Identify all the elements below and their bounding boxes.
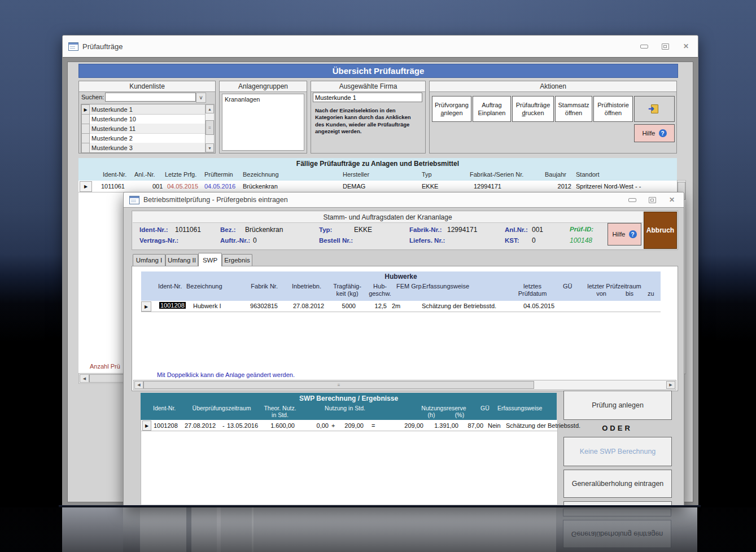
- anlagengruppen-title: Anlagengruppen: [220, 81, 307, 92]
- swp-row[interactable]: ▶ 1001208 27.08.2012 - 13.05.2016 1.600,…: [141, 420, 557, 431]
- scrollbar-thumb[interactable]: ≡: [206, 120, 214, 135]
- list-item[interactable]: Musterkunde 11: [81, 124, 206, 134]
- minimize-icon[interactable]: [626, 196, 639, 204]
- anlagengruppen-list: Krananlagen: [222, 94, 304, 151]
- cell-fem: 2m: [392, 303, 400, 309]
- cell-baujahr: 2012: [541, 183, 571, 190]
- field-label: Bez.:: [220, 226, 235, 233]
- record-selector[interactable]: [81, 143, 90, 153]
- field-label: Anl.Nr.:: [505, 226, 528, 233]
- dialog-titlebar[interactable]: Betriebsmittelprüfung - Prüfergebnis ein…: [124, 192, 684, 207]
- col-header: Theor. Nutz.: [263, 405, 297, 411]
- record-selector[interactable]: [81, 124, 90, 134]
- exit-button[interactable]: ➜: [634, 96, 675, 122]
- list-item[interactable]: Krananlagen: [225, 96, 260, 103]
- col-header: Ident-Nr.: [158, 283, 182, 290]
- list-item[interactable]: Musterkunde 3: [81, 143, 206, 152]
- keine-swp-button[interactable]: Keine SWP Berechnung: [563, 437, 672, 466]
- col-header: letztes: [508, 283, 557, 290]
- close-icon[interactable]: ✕: [680, 42, 692, 51]
- stammsatz-oeffnen-button[interactable]: Stammsatz öffnen: [555, 96, 592, 122]
- cell-trag: 5000: [333, 303, 356, 309]
- scroll-left-icon[interactable]: ◀: [80, 374, 89, 383]
- col-header: Fabrik Nr.: [237, 283, 278, 290]
- list-item[interactable]: ▶ Musterkunde 1: [81, 104, 206, 115]
- col-header: Fabrikat-/Serien Nr.: [470, 171, 523, 178]
- hubwerke-row[interactable]: ▶ 1001208 Hubwerk I 96302815 27.08.2012 …: [141, 301, 661, 312]
- abbruch-button[interactable]: Abbruch: [644, 212, 677, 249]
- col-header: (%): [448, 411, 471, 418]
- hub-hscrollbar[interactable]: ◀ ≡ ▶: [133, 380, 676, 390]
- pruefung-anlegen-button[interactable]: Prüfung anlegen: [563, 391, 672, 420]
- tab-umfang-1[interactable]: Umfang I: [133, 254, 165, 266]
- scroll-right-icon[interactable]: ▶: [666, 381, 675, 389]
- help-icon: ?: [659, 129, 667, 137]
- customer-list: ▶ Musterkunde 1 Musterkunde 10 Musterkun…: [81, 104, 206, 153]
- main-window-title: Prüfaufträge: [82, 42, 123, 51]
- hubwerke-header-band: Hubwerke Ident-Nr. Bezeichnung Fabrik Nr…: [141, 271, 661, 301]
- pruef-id-label: Prüf-ID:: [570, 226, 593, 233]
- search-input[interactable]: [105, 93, 196, 102]
- auftrag-einplanen-button[interactable]: Auftrag Einplanen: [473, 96, 511, 122]
- pruefauftraege-drucken-button[interactable]: Prüfaufträge drucken: [512, 96, 554, 122]
- record-selector-icon[interactable]: ▶: [81, 104, 90, 115]
- col-header: letzter Prüfzeitraum: [580, 283, 648, 290]
- table-row[interactable]: ▶ 1011061 001 04.05.2015 04.05.2016 Brüc…: [78, 181, 677, 192]
- cell-reserve-pct: 87,00: [461, 422, 483, 429]
- kundenliste-title: Kundenliste: [79, 81, 215, 92]
- field-value: 0: [253, 236, 257, 244]
- list-item-label: Musterkunde 10: [91, 116, 136, 122]
- tab-umfang-2[interactable]: Umfang II: [165, 254, 198, 266]
- list-item[interactable]: Musterkunde 10: [81, 114, 206, 124]
- anzahl-label: Anzahl Prü: [90, 363, 120, 370]
- record-selector[interactable]: [81, 114, 90, 124]
- hilfe-button[interactable]: Hilfe ?: [634, 124, 675, 142]
- cell-fabrikat: 12994171: [474, 183, 501, 190]
- firma-field[interactable]: [313, 93, 422, 102]
- pruefhistorie-oeffnen-button[interactable]: Prüfhistorie öffnen: [593, 96, 633, 122]
- stamm-panel: Stamm- und Auftragsdaten der Krananlage …: [132, 211, 678, 250]
- cell-theor: 1.600,00: [260, 422, 295, 429]
- col-header: Standort: [576, 171, 600, 178]
- col-header: GÜ: [480, 405, 490, 411]
- stamm-header: Stamm- und Auftragsdaten der Krananlage: [133, 212, 643, 223]
- scrollbar-thumb[interactable]: ≡: [143, 381, 534, 389]
- col-header: Überprüfungszeitraum: [184, 405, 259, 411]
- group-anlagengruppen: Anlagengruppen Krananlagen: [219, 81, 307, 154]
- maximize-icon[interactable]: [646, 196, 658, 204]
- cell-hub: 12,5: [367, 303, 387, 309]
- generalueberholung-button[interactable]: Generalüberholung eintragen: [563, 470, 672, 498]
- tab-swp[interactable]: SWP: [198, 253, 222, 266]
- scroll-down-icon[interactable]: ▼: [206, 143, 214, 152]
- close-icon[interactable]: ✕: [666, 196, 678, 204]
- scroll-left-icon[interactable]: ◀: [134, 381, 143, 389]
- record-selector[interactable]: [81, 133, 90, 143]
- scroll-up-icon[interactable]: ▲: [206, 104, 214, 113]
- col-header: Prüfdatum: [508, 290, 557, 297]
- form-window-icon: [129, 196, 139, 204]
- desktop-background: Prüfaufträge ✕ Übersicht Prüfaufträge Ku…: [0, 0, 756, 552]
- cell-bezeichnung: Brückenkran: [243, 183, 278, 190]
- minimize-icon[interactable]: [638, 42, 650, 51]
- col-header: FEM Grp.: [396, 283, 423, 290]
- record-selector-icon[interactable]: ▶: [141, 301, 151, 312]
- button-line: Einplanen: [478, 109, 506, 117]
- maximize-icon[interactable]: [659, 42, 671, 51]
- record-selector-icon[interactable]: ▶: [142, 420, 151, 431]
- pruefvorgang-anlegen-button[interactable]: Prüfvorgang anlegen: [432, 96, 471, 122]
- list-item[interactable]: Musterkunde 2: [81, 133, 206, 143]
- dialog-title: Betriebsmittelprüfung - Prüfergebnis ein…: [143, 196, 288, 204]
- main-titlebar[interactable]: Prüfaufträge ✕: [63, 36, 698, 57]
- cell-reserve-h: 1.391,00: [428, 422, 458, 429]
- cell-letzte-prfg: 04.05.2015: [167, 183, 198, 190]
- button-line: Prüfaufträge: [516, 101, 550, 109]
- tab-ergebnis[interactable]: Ergebnis: [222, 254, 252, 266]
- dialog-hilfe-button[interactable]: Hilfe ?: [608, 223, 641, 246]
- col-header: Baujahr: [545, 171, 566, 178]
- cell-erfassung: Schätzung der Betriebsstd.: [422, 303, 496, 309]
- cell-standort: Spritzerei Nord-West - -: [576, 183, 641, 190]
- chevron-down-icon[interactable]: ˅: [196, 93, 206, 103]
- field-value: 001: [532, 226, 543, 234]
- customer-list-scrollbar[interactable]: ▲ ≡ ▼: [205, 104, 215, 153]
- cell-plus: +: [331, 422, 335, 429]
